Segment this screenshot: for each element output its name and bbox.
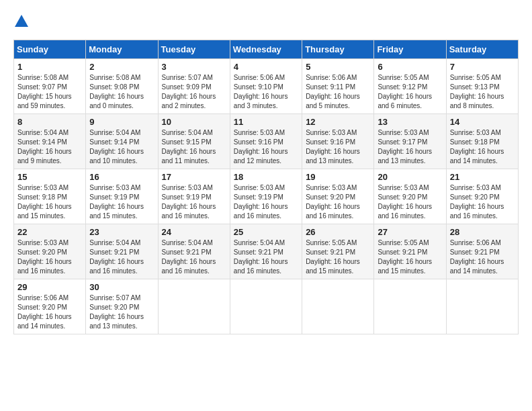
- calendar-day-header: Saturday: [446, 40, 518, 59]
- day-info: Sunrise: 5:03 AM Sunset: 9:19 PM Dayligh…: [234, 183, 298, 221]
- calendar-header-row: SundayMondayTuesdayWednesdayThursdayFrid…: [14, 40, 519, 59]
- day-info: Sunrise: 5:03 AM Sunset: 9:19 PM Dayligh…: [162, 183, 226, 221]
- day-number: 1: [17, 62, 82, 72]
- calendar-day-cell: 12 Sunrise: 5:03 AM Sunset: 9:16 PM Dayl…: [302, 114, 374, 169]
- calendar-week-row: 22 Sunrise: 5:03 AM Sunset: 9:20 PM Dayl…: [14, 224, 519, 279]
- calendar-day-cell: 26 Sunrise: 5:05 AM Sunset: 9:21 PM Dayl…: [302, 224, 374, 279]
- svg-marker-0: [15, 15, 28, 27]
- day-number: 17: [162, 172, 226, 182]
- calendar-day-cell: 14 Sunrise: 5:03 AM Sunset: 9:18 PM Dayl…: [446, 114, 518, 169]
- day-number: 22: [17, 227, 82, 237]
- calendar-day-cell: 3 Sunrise: 5:07 AM Sunset: 9:09 PM Dayli…: [158, 59, 230, 114]
- calendar-empty-cell: [302, 279, 374, 334]
- calendar-day-header: Thursday: [302, 40, 374, 59]
- calendar-day-cell: 1 Sunrise: 5:08 AM Sunset: 9:07 PM Dayli…: [14, 59, 86, 114]
- day-info: Sunrise: 5:06 AM Sunset: 9:11 PM Dayligh…: [306, 73, 370, 111]
- calendar-day-cell: 23 Sunrise: 5:04 AM Sunset: 9:21 PM Dayl…: [86, 224, 158, 279]
- day-info: Sunrise: 5:03 AM Sunset: 9:20 PM Dayligh…: [306, 183, 370, 221]
- calendar-day-cell: 13 Sunrise: 5:03 AM Sunset: 9:17 PM Dayl…: [374, 114, 446, 169]
- day-info: Sunrise: 5:03 AM Sunset: 9:20 PM Dayligh…: [378, 183, 442, 221]
- logo-icon: [13, 13, 30, 30]
- calendar-day-header: Tuesday: [158, 40, 230, 59]
- calendar-day-header: Monday: [86, 40, 158, 59]
- calendar-week-row: 15 Sunrise: 5:03 AM Sunset: 9:18 PM Dayl…: [14, 169, 519, 224]
- calendar-day-cell: 10 Sunrise: 5:04 AM Sunset: 9:15 PM Dayl…: [158, 114, 230, 169]
- calendar-day-header: Sunday: [14, 40, 86, 59]
- day-info: Sunrise: 5:06 AM Sunset: 9:21 PM Dayligh…: [450, 238, 515, 276]
- calendar-week-row: 29 Sunrise: 5:06 AM Sunset: 9:20 PM Dayl…: [14, 279, 519, 334]
- day-number: 15: [17, 172, 82, 182]
- calendar-day-cell: 7 Sunrise: 5:05 AM Sunset: 9:13 PM Dayli…: [446, 59, 518, 114]
- day-info: Sunrise: 5:08 AM Sunset: 9:07 PM Dayligh…: [17, 73, 82, 111]
- calendar-empty-cell: [230, 279, 302, 334]
- calendar-day-cell: 22 Sunrise: 5:03 AM Sunset: 9:20 PM Dayl…: [14, 224, 86, 279]
- logo: [13, 13, 32, 30]
- day-number: 13: [378, 117, 442, 127]
- calendar-day-header: Friday: [374, 40, 446, 59]
- day-info: Sunrise: 5:05 AM Sunset: 9:21 PM Dayligh…: [306, 238, 370, 276]
- calendar-day-cell: 28 Sunrise: 5:06 AM Sunset: 9:21 PM Dayl…: [446, 224, 518, 279]
- calendar-day-cell: 6 Sunrise: 5:05 AM Sunset: 9:12 PM Dayli…: [374, 59, 446, 114]
- day-number: 30: [89, 282, 154, 292]
- calendar-day-cell: 4 Sunrise: 5:06 AM Sunset: 9:10 PM Dayli…: [230, 59, 302, 114]
- day-info: Sunrise: 5:04 AM Sunset: 9:15 PM Dayligh…: [162, 128, 226, 166]
- day-number: 19: [306, 172, 370, 182]
- calendar-day-cell: 18 Sunrise: 5:03 AM Sunset: 9:19 PM Dayl…: [230, 169, 302, 224]
- day-info: Sunrise: 5:03 AM Sunset: 9:19 PM Dayligh…: [89, 183, 154, 221]
- day-number: 7: [450, 62, 515, 72]
- day-info: Sunrise: 5:04 AM Sunset: 9:14 PM Dayligh…: [17, 128, 82, 166]
- day-info: Sunrise: 5:06 AM Sunset: 9:10 PM Dayligh…: [234, 73, 298, 111]
- day-number: 4: [234, 62, 298, 72]
- day-info: Sunrise: 5:03 AM Sunset: 9:16 PM Dayligh…: [234, 128, 298, 166]
- day-info: Sunrise: 5:03 AM Sunset: 9:18 PM Dayligh…: [17, 183, 82, 221]
- calendar-day-cell: 19 Sunrise: 5:03 AM Sunset: 9:20 PM Dayl…: [302, 169, 374, 224]
- day-number: 14: [450, 117, 515, 127]
- day-number: 3: [162, 62, 226, 72]
- day-info: Sunrise: 5:03 AM Sunset: 9:20 PM Dayligh…: [450, 183, 515, 221]
- calendar-week-row: 1 Sunrise: 5:08 AM Sunset: 9:07 PM Dayli…: [14, 59, 519, 114]
- day-info: Sunrise: 5:04 AM Sunset: 9:21 PM Dayligh…: [234, 238, 298, 276]
- day-number: 25: [234, 227, 298, 237]
- calendar-table: SundayMondayTuesdayWednesdayThursdayFrid…: [13, 40, 519, 334]
- day-info: Sunrise: 5:03 AM Sunset: 9:16 PM Dayligh…: [306, 128, 370, 166]
- day-info: Sunrise: 5:05 AM Sunset: 9:21 PM Dayligh…: [378, 238, 442, 276]
- calendar-day-cell: 24 Sunrise: 5:04 AM Sunset: 9:21 PM Dayl…: [158, 224, 230, 279]
- day-number: 11: [234, 117, 298, 127]
- calendar-day-cell: 5 Sunrise: 5:06 AM Sunset: 9:11 PM Dayli…: [302, 59, 374, 114]
- day-info: Sunrise: 5:03 AM Sunset: 9:18 PM Dayligh…: [450, 128, 515, 166]
- day-number: 28: [450, 227, 515, 237]
- day-info: Sunrise: 5:04 AM Sunset: 9:21 PM Dayligh…: [89, 238, 154, 276]
- calendar-day-cell: 9 Sunrise: 5:04 AM Sunset: 9:14 PM Dayli…: [86, 114, 158, 169]
- day-number: 9: [89, 117, 154, 127]
- calendar-day-header: Wednesday: [230, 40, 302, 59]
- calendar-day-cell: 21 Sunrise: 5:03 AM Sunset: 9:20 PM Dayl…: [446, 169, 518, 224]
- day-number: 27: [378, 227, 442, 237]
- calendar-day-cell: 2 Sunrise: 5:08 AM Sunset: 9:08 PM Dayli…: [86, 59, 158, 114]
- day-info: Sunrise: 5:04 AM Sunset: 9:21 PM Dayligh…: [162, 238, 226, 276]
- day-info: Sunrise: 5:05 AM Sunset: 9:12 PM Dayligh…: [378, 73, 442, 111]
- calendar-day-cell: 8 Sunrise: 5:04 AM Sunset: 9:14 PM Dayli…: [14, 114, 86, 169]
- calendar-day-cell: 27 Sunrise: 5:05 AM Sunset: 9:21 PM Dayl…: [374, 224, 446, 279]
- day-info: Sunrise: 5:05 AM Sunset: 9:13 PM Dayligh…: [450, 73, 515, 111]
- day-info: Sunrise: 5:03 AM Sunset: 9:17 PM Dayligh…: [378, 128, 442, 166]
- calendar-day-cell: 11 Sunrise: 5:03 AM Sunset: 9:16 PM Dayl…: [230, 114, 302, 169]
- day-number: 6: [378, 62, 442, 72]
- day-info: Sunrise: 5:04 AM Sunset: 9:14 PM Dayligh…: [89, 128, 154, 166]
- calendar-day-cell: 30 Sunrise: 5:07 AM Sunset: 9:20 PM Dayl…: [86, 279, 158, 334]
- day-info: Sunrise: 5:07 AM Sunset: 9:09 PM Dayligh…: [162, 73, 226, 111]
- day-number: 2: [89, 62, 154, 72]
- day-number: 12: [306, 117, 370, 127]
- page-header: [13, 13, 519, 30]
- day-number: 23: [89, 227, 154, 237]
- calendar-day-cell: 25 Sunrise: 5:04 AM Sunset: 9:21 PM Dayl…: [230, 224, 302, 279]
- calendar-empty-cell: [158, 279, 230, 334]
- day-number: 20: [378, 172, 442, 182]
- calendar-day-cell: 16 Sunrise: 5:03 AM Sunset: 9:19 PM Dayl…: [86, 169, 158, 224]
- calendar-day-cell: 15 Sunrise: 5:03 AM Sunset: 9:18 PM Dayl…: [14, 169, 86, 224]
- day-info: Sunrise: 5:06 AM Sunset: 9:20 PM Dayligh…: [17, 293, 82, 331]
- day-info: Sunrise: 5:07 AM Sunset: 9:20 PM Dayligh…: [89, 293, 154, 331]
- calendar-empty-cell: [446, 279, 518, 334]
- day-number: 29: [17, 282, 82, 292]
- day-number: 26: [306, 227, 370, 237]
- calendar-day-cell: 29 Sunrise: 5:06 AM Sunset: 9:20 PM Dayl…: [14, 279, 86, 334]
